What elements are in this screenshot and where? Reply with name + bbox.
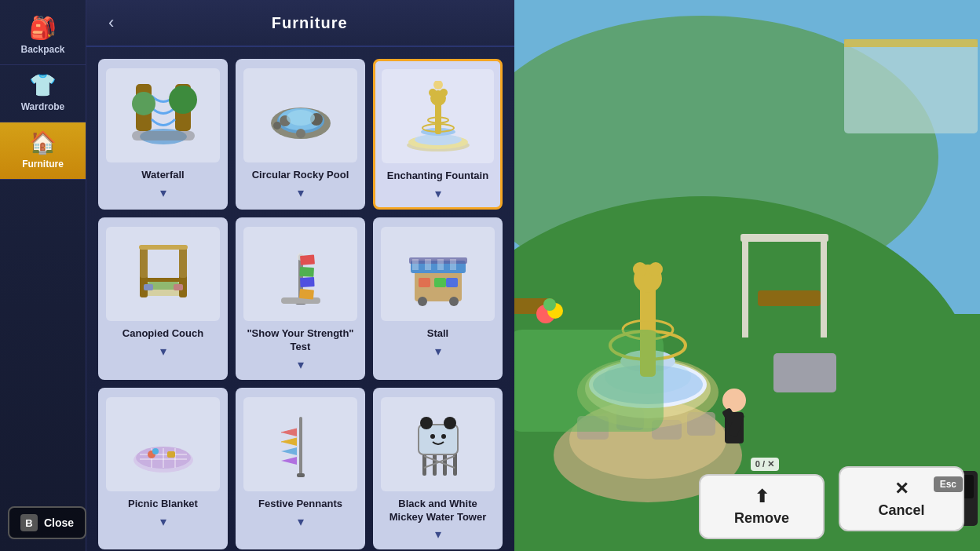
close-button[interactable]: B Close [8, 506, 86, 539]
canopied-couch-name: Canopied Couch [122, 327, 203, 341]
stall-name: Stall [427, 327, 448, 341]
circular-rocky-pool-arrow: ▾ [298, 185, 304, 200]
svg-point-135 [430, 434, 435, 439]
svg-rect-118 [299, 417, 302, 476]
svg-rect-101 [437, 259, 444, 270]
svg-point-136 [441, 434, 446, 439]
svg-marker-120 [281, 429, 297, 436]
picnic-blanket-arrow: ▾ [160, 514, 166, 529]
sidebar-item-furniture[interactable]: 🏠 Furniture [0, 122, 86, 180]
svg-marker-123 [281, 457, 297, 465]
waterfall-name: Waterfall [141, 169, 184, 182]
cancel-button[interactable]: ✕ Cancel [839, 466, 964, 531]
svg-point-69 [415, 134, 462, 145]
svg-point-66 [287, 110, 315, 126]
show-strength-test-name: "Show Your Strength" Test [243, 327, 357, 354]
furniture-item-festive-pennants[interactable]: Festive Pennants ▾ [236, 388, 365, 550]
svg-rect-94 [300, 277, 315, 287]
svg-rect-71 [435, 103, 441, 134]
actions-inner: 0 / ✕ ⬆ Remove ✕ Cancel [699, 458, 964, 539]
furniture-item-picnic-blanket[interactable]: Picnic Blanket ▾ [98, 388, 228, 550]
svg-rect-100 [425, 259, 431, 270]
svg-point-64 [296, 129, 305, 138]
remove-button-container: 0 / ✕ ⬆ Remove [699, 458, 831, 539]
panel-header: ‹ Furniture [86, 0, 514, 47]
furniture-item-canopied-couch[interactable]: Canopied Couch ▾ [98, 217, 228, 380]
svg-rect-92 [300, 254, 315, 265]
svg-rect-84 [139, 245, 188, 250]
waterfall-image [106, 68, 220, 162]
b-badge: B [20, 514, 38, 531]
cancel-label: Cancel [878, 502, 924, 519]
sidebar-item-backpack[interactable]: 🎒 Backpack [0, 8, 86, 65]
svg-rect-87 [174, 284, 183, 290]
svg-marker-122 [281, 447, 297, 455]
enchanting-fountain-arrow: ▾ [435, 186, 441, 201]
svg-rect-106 [434, 278, 446, 287]
show-strength-test-arrow: ▾ [298, 357, 304, 372]
furniture-item-waterfall[interactable]: Waterfall ▾ [98, 59, 228, 210]
stall-arrow: ▾ [435, 344, 441, 359]
svg-point-104 [449, 297, 459, 306]
svg-point-65 [273, 122, 281, 130]
svg-point-103 [418, 297, 427, 306]
svg-point-75 [433, 81, 443, 89]
enchanting-fountain-name: Enchanting Fountain [387, 170, 488, 183]
picnic-blanket-image [106, 397, 220, 491]
festive-pennants-arrow: ▾ [298, 514, 304, 529]
svg-rect-107 [446, 278, 458, 287]
svg-rect-102 [450, 259, 456, 270]
furniture-item-circular-rocky-pool[interactable]: Circular Rocky Pool ▾ [236, 59, 365, 210]
festive-pennants-name: Festive Pennants [258, 498, 342, 511]
svg-rect-117 [167, 451, 175, 458]
sidebar-backpack-label: Backpack [20, 44, 64, 55]
canopied-couch-arrow: ▾ [160, 344, 166, 359]
furniture-icon: 🏠 [29, 132, 57, 154]
sidebar-wardrobe-label: Wardrobe [21, 101, 65, 112]
furniture-item-enchanting-fountain[interactable]: Enchanting Fountain ▾ [373, 59, 503, 210]
svg-rect-56 [132, 131, 195, 140]
circular-rocky-pool-name: Circular Rocky Pool [252, 169, 349, 182]
sidebar-furniture-label: Furniture [22, 159, 64, 170]
back-button[interactable]: ‹ [102, 9, 120, 36]
waterfall-arrow: ▾ [160, 185, 166, 200]
svg-rect-90 [281, 297, 320, 304]
sidebar: 🎒 Backpack 👕 Wardrobe 🏠 Furniture [0, 0, 86, 551]
festive-pennants-image [243, 397, 357, 491]
svg-rect-119 [297, 473, 305, 477]
wardrobe-icon: 👕 [29, 75, 57, 97]
svg-rect-83 [179, 246, 187, 278]
canopied-couch-image [106, 227, 220, 321]
panel-title: Furniture [120, 14, 499, 32]
stall-image [381, 227, 495, 321]
svg-rect-95 [298, 289, 313, 300]
remove-icon: ⬆ [755, 487, 769, 507]
remove-counter: 0 / ✕ [751, 458, 779, 471]
show-strength-test-image [243, 227, 357, 321]
circular-rocky-pool-image [243, 68, 357, 162]
picnic-blanket-name: Picnic Blanket [128, 498, 198, 511]
svg-rect-99 [412, 259, 419, 270]
enchanting-fountain-image [382, 69, 494, 163]
furniture-item-stall[interactable]: Stall ▾ [373, 217, 503, 380]
svg-point-74 [440, 89, 448, 97]
backpack-icon: 🎒 [29, 17, 57, 39]
svg-marker-121 [281, 438, 297, 446]
bottom-actions: 0 / ✕ ⬆ Remove ✕ Cancel [428, 446, 980, 551]
svg-rect-105 [419, 278, 430, 287]
svg-rect-93 [299, 267, 314, 277]
cancel-icon: ✕ [894, 479, 909, 499]
esc-label: Esc [934, 476, 963, 492]
svg-point-133 [420, 417, 433, 429]
svg-rect-82 [140, 246, 148, 278]
svg-point-134 [444, 417, 456, 429]
svg-point-73 [429, 89, 437, 97]
svg-rect-86 [144, 284, 153, 290]
sidebar-item-wardrobe[interactable]: 👕 Wardrobe [0, 65, 86, 122]
remove-button[interactable]: ⬆ Remove [699, 474, 825, 539]
svg-point-57 [132, 92, 155, 115]
svg-point-58 [169, 86, 197, 114]
remove-label: Remove [734, 510, 789, 527]
svg-point-116 [152, 448, 159, 454]
furniture-item-show-strength-test[interactable]: "Show Your Strength" Test ▾ [236, 217, 365, 380]
